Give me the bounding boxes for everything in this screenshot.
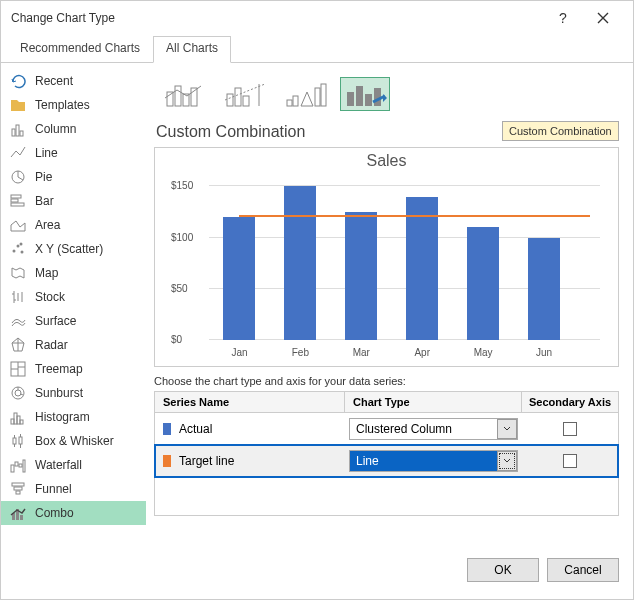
tab-all-charts[interactable]: All Charts <box>153 36 231 63</box>
y-tick-label: $150 <box>171 180 193 191</box>
bar <box>223 217 255 340</box>
svg-rect-56 <box>347 92 354 106</box>
sidebar-item-recent[interactable]: Recent <box>1 69 146 93</box>
chart-preview: Sales $0$50$100$150JanFebMarAprMayJun <box>154 147 619 367</box>
svg-rect-28 <box>13 438 16 444</box>
sidebar-item-area[interactable]: Area <box>1 213 146 237</box>
sidebar-item-line[interactable]: Line <box>1 141 146 165</box>
secondary-axis-checkbox[interactable] <box>563 454 577 468</box>
sidebar-item-radar[interactable]: Radar <box>1 333 146 357</box>
subtype-3[interactable] <box>280 77 330 111</box>
sidebar-item-map[interactable]: Map <box>1 261 146 285</box>
sidebar-item-stock[interactable]: Stock <box>1 285 146 309</box>
sidebar-item-label: Sunburst <box>35 386 83 400</box>
scatter-icon <box>9 240 27 258</box>
map-icon <box>9 264 27 282</box>
y-tick-label: $0 <box>171 334 182 345</box>
series-row[interactable]: ActualClustered Column <box>155 413 618 445</box>
sidebar-item-scatter[interactable]: X Y (Scatter) <box>1 237 146 261</box>
sidebar-item-label: Area <box>35 218 60 232</box>
svg-rect-35 <box>15 462 18 466</box>
recent-icon <box>9 72 27 90</box>
series-name-cell: Actual <box>155 422 345 436</box>
svg-rect-1 <box>16 125 19 136</box>
box-icon <box>9 432 27 450</box>
bar <box>406 197 438 341</box>
sidebar-item-bar[interactable]: Bar <box>1 189 146 213</box>
sidebar-item-label: Bar <box>35 194 54 208</box>
gridline: $150 <box>209 185 600 186</box>
svg-point-10 <box>20 243 23 246</box>
histogram-icon <box>9 408 27 426</box>
secondary-axis-checkbox[interactable] <box>563 422 577 436</box>
bar <box>345 212 377 340</box>
pie-icon <box>9 168 27 186</box>
close-button[interactable] <box>583 4 623 32</box>
svg-point-8 <box>17 245 20 248</box>
svg-rect-50 <box>243 96 249 106</box>
svg-rect-27 <box>20 420 23 424</box>
svg-rect-38 <box>12 483 24 486</box>
x-tick-label: Jan <box>223 347 255 358</box>
sidebar-item-box[interactable]: Box & Whisker <box>1 429 146 453</box>
content-pane: Custom Combination Custom Combination Sa… <box>146 63 633 545</box>
subtype-custom[interactable] <box>340 77 390 111</box>
svg-rect-2 <box>20 131 23 136</box>
chart-type-select[interactable]: Line <box>349 450 518 472</box>
sidebar-item-treemap[interactable]: Treemap <box>1 357 146 381</box>
dialog-footer: OK Cancel <box>1 545 633 595</box>
sidebar-item-funnel[interactable]: Funnel <box>1 477 146 501</box>
chevron-down-icon[interactable] <box>497 451 517 471</box>
svg-rect-57 <box>356 86 363 106</box>
cancel-button[interactable]: Cancel <box>547 558 619 582</box>
sidebar-item-label: Surface <box>35 314 76 328</box>
bar <box>528 238 560 341</box>
sidebar-item-surface[interactable]: Surface <box>1 309 146 333</box>
chevron-down-icon[interactable] <box>497 419 517 439</box>
svg-rect-6 <box>11 203 24 206</box>
sidebar-item-templates[interactable]: Templates <box>1 93 146 117</box>
sidebar-item-combo[interactable]: Combo <box>1 501 146 525</box>
sidebar-item-waterfall[interactable]: Waterfall <box>1 453 146 477</box>
sidebar-item-column[interactable]: Column <box>1 117 146 141</box>
secondary-axis-cell <box>522 454 618 468</box>
y-tick-label: $100 <box>171 232 193 243</box>
svg-rect-48 <box>227 94 233 106</box>
svg-rect-0 <box>12 129 15 136</box>
svg-rect-4 <box>11 195 21 198</box>
chart-type-select[interactable]: Clustered Column <box>349 418 518 440</box>
help-button[interactable]: ? <box>543 4 583 32</box>
sidebar-item-sunburst[interactable]: Sunburst <box>1 381 146 405</box>
sidebar-item-label: X Y (Scatter) <box>35 242 103 256</box>
sidebar-item-label: Funnel <box>35 482 72 496</box>
waterfall-icon <box>9 456 27 474</box>
templates-icon <box>9 96 27 114</box>
sidebar-item-pie[interactable]: Pie <box>1 165 146 189</box>
chart-type-value: Clustered Column <box>350 422 497 436</box>
subtype-2[interactable] <box>220 77 270 111</box>
series-row[interactable]: Target lineLine <box>155 445 618 477</box>
sidebar-item-label: Treemap <box>35 362 83 376</box>
subtype-1[interactable] <box>160 77 210 111</box>
ok-button[interactable]: OK <box>467 558 539 582</box>
sidebar-item-histogram[interactable]: Histogram <box>1 405 146 429</box>
sidebar-item-label: Templates <box>35 98 90 112</box>
svg-rect-39 <box>14 487 22 490</box>
x-tick-label: Mar <box>345 347 377 358</box>
col-chart-type: Chart Type <box>345 392 522 413</box>
svg-rect-5 <box>11 199 18 202</box>
combo-icon <box>9 504 27 522</box>
sidebar-item-label: Pie <box>35 170 52 184</box>
svg-rect-36 <box>19 464 22 467</box>
svg-rect-54 <box>315 88 320 106</box>
chart-area: $0$50$100$150JanFebMarAprMayJun <box>209 176 600 340</box>
chart-type-cell: Line <box>345 450 522 472</box>
secondary-axis-cell <box>522 422 618 436</box>
series-name: Actual <box>179 422 212 436</box>
chart-type-value: Line <box>350 454 497 468</box>
svg-rect-55 <box>321 84 326 106</box>
x-tick-label: Jun <box>528 347 560 358</box>
treemap-icon <box>9 360 27 378</box>
sidebar-item-label: Waterfall <box>35 458 82 472</box>
tab-recommended[interactable]: Recommended Charts <box>7 36 153 63</box>
